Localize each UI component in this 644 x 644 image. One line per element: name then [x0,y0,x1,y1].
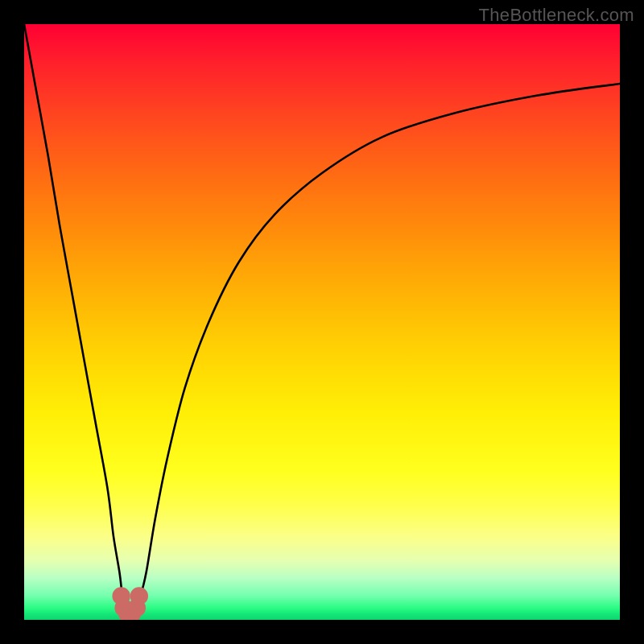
plot-area [24,24,620,620]
curve-minimum-markers [112,587,148,620]
chart-frame: TheBottleneck.com [0,0,644,644]
marker-min-right-cap [130,587,148,605]
watermark-text: TheBottleneck.com [479,5,634,26]
curve-svg [24,24,620,620]
bottleneck-curve [24,24,620,609]
